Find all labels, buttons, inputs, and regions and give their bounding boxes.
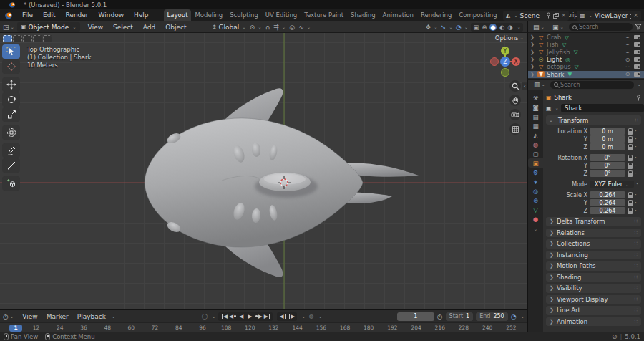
select-mode-intersect[interactable] xyxy=(43,35,52,42)
unlink-scene-icon[interactable]: × xyxy=(561,12,566,19)
properties-tab[interactable]: ◎ xyxy=(528,186,543,196)
lock-icon[interactable] xyxy=(628,128,633,135)
tool-measure-button[interactable] xyxy=(2,158,20,173)
properties-search-input[interactable] xyxy=(560,82,630,88)
workspace-tab[interactable]: Rendering xyxy=(417,9,455,21)
snap-magnet-icon[interactable]: ∩ xyxy=(265,24,270,31)
expand-arrow-icon[interactable]: ❯ xyxy=(530,64,535,69)
show-overlays-dropdown[interactable]: ➘⌄ xyxy=(441,24,453,31)
animate-dot[interactable]: · xyxy=(635,172,637,175)
properties-editor-icon[interactable]: ▥⌄ xyxy=(531,81,548,88)
object-name-field[interactable] xyxy=(561,104,644,112)
object-name[interactable]: Light xyxy=(547,56,562,63)
outliner-row[interactable]: ❯ ▽ Crab ▽ xyxy=(528,34,644,41)
lock-icon[interactable] xyxy=(628,200,633,206)
animate-dot[interactable]: · xyxy=(635,130,637,133)
properties-tab[interactable]: ◍ xyxy=(528,140,543,149)
tool-transform-button[interactable] xyxy=(2,125,20,140)
collapsed-section[interactable]: ❯ Instancing ∷ xyxy=(546,251,641,260)
properties-tab[interactable]: ◭ xyxy=(528,130,543,140)
pan-hand-icon[interactable] xyxy=(509,95,521,106)
animate-dot[interactable]: · xyxy=(635,156,637,159)
workspace-tab[interactable]: UV Editing xyxy=(262,9,301,21)
orientation-selector[interactable]: ↕Global⌄ xyxy=(212,24,246,31)
object-name[interactable]: octopus xyxy=(547,63,571,70)
current-frame-field[interactable]: 1 xyxy=(397,312,434,321)
toggle-xray-icon[interactable]: ▣ xyxy=(473,24,479,31)
tabs-overflow-chevron[interactable]: ⌄ xyxy=(534,226,538,232)
disable-render-icon[interactable] xyxy=(634,42,640,47)
select-mode-extend[interactable] xyxy=(13,35,22,42)
keying-set-icon[interactable]: ◍ xyxy=(307,312,316,321)
value-field[interactable]: 0° xyxy=(590,162,625,169)
expand-arrow-icon[interactable]: ❯ xyxy=(530,72,535,77)
select-mode-invert[interactable] xyxy=(33,35,42,42)
hide-viewport-icon[interactable] xyxy=(623,41,632,48)
properties-tab[interactable]: ▤ xyxy=(528,112,543,121)
properties-search[interactable] xyxy=(550,81,634,89)
viewport-3d[interactable]: Top Orthographic(1) Collection | Shark10… xyxy=(0,33,527,309)
editor-type-icon[interactable]: ◳⌄ xyxy=(0,24,17,31)
lock-icon[interactable] xyxy=(628,163,633,169)
value-field[interactable]: XYZ Euler xyxy=(590,181,634,188)
perspective-grid-icon[interactable] xyxy=(509,123,521,135)
properties-tab[interactable]: ▦ xyxy=(528,121,543,130)
properties-options-chevron[interactable]: ⌄ xyxy=(638,82,641,87)
lock-icon[interactable] xyxy=(628,208,633,214)
hide-viewport-icon[interactable] xyxy=(623,63,632,70)
rendered-shading-icon[interactable]: ◑ xyxy=(507,24,512,31)
sidebar-toggle[interactable]: ‹ xyxy=(522,82,527,90)
outliner-row[interactable]: ❯ ▽ octopus ▽ xyxy=(528,63,644,70)
network-status-icon[interactable]: ⊘ xyxy=(612,333,618,340)
mode-selector[interactable]: ▣ Object Mode ⌄ xyxy=(17,22,80,32)
tool-annotate-button[interactable] xyxy=(2,143,20,158)
lock-icon[interactable] xyxy=(628,155,633,161)
properties-tab[interactable]: ▽ xyxy=(528,205,543,214)
next-keyframe-button[interactable]: ▶ xyxy=(254,312,263,321)
animate-dot[interactable]: · xyxy=(635,138,637,140)
properties-tab[interactable]: ● xyxy=(528,214,543,224)
value-field[interactable]: 0° xyxy=(590,154,625,161)
animate-dot[interactable]: · xyxy=(635,201,637,204)
pin-icon[interactable] xyxy=(546,12,551,19)
outliner-row[interactable]: ❯ ▽ Fish ▽ xyxy=(528,41,644,48)
disable-render-icon[interactable] xyxy=(634,57,640,62)
workspace-tab[interactable]: Animation xyxy=(379,9,417,21)
collapsed-section[interactable]: ❯ Delta Transform ∷ xyxy=(546,217,641,226)
collapsed-section[interactable]: ❯ Collections ∷ xyxy=(546,239,641,249)
end-frame-field[interactable]: End 250 xyxy=(476,312,507,321)
collapsed-section[interactable]: ❯ Viewport Display ∷ xyxy=(546,295,641,304)
menu-item[interactable]: Playback xyxy=(73,313,110,320)
new-viewlayer-icon[interactable] xyxy=(630,13,631,19)
xray-toggle[interactable]: ◔⌄ xyxy=(456,24,468,31)
timeline-ruler[interactable]: 1224364860728496108120132144156168180192… xyxy=(0,322,527,332)
animate-dot[interactable]: · xyxy=(635,164,637,167)
properties-tab[interactable]: ⚒ xyxy=(528,93,543,102)
collapsed-section[interactable]: ❯ Relations ∷ xyxy=(546,229,641,238)
menu-item[interactable]: Edit xyxy=(38,11,60,19)
tool-add-cube-button[interactable] xyxy=(2,176,20,191)
tool-scale-button[interactable] xyxy=(2,107,20,122)
properties-tab[interactable]: ⊛ xyxy=(528,196,543,205)
outliner-search-input[interactable] xyxy=(579,24,629,30)
play-reverse-button[interactable]: ◀ xyxy=(237,312,245,321)
outliner-display-mode-icon[interactable]: ▣⌄ xyxy=(550,24,567,31)
breadcrumb-object[interactable]: Shark xyxy=(555,94,572,101)
properties-tab[interactable]: ▣ xyxy=(528,158,543,168)
expand-arrow-icon[interactable]: ❯ xyxy=(530,34,535,40)
value-field[interactable]: 0.264 xyxy=(590,207,625,214)
disable-render-icon[interactable] xyxy=(634,35,640,39)
animate-dot[interactable]: · xyxy=(635,209,637,212)
remove-viewlayer-icon[interactable]: × xyxy=(633,12,638,19)
object-name[interactable]: Jellyfish xyxy=(547,49,570,56)
menu-item[interactable]: Add xyxy=(138,24,160,31)
outliner-row[interactable]: ❯ ▼ Shark ▼ xyxy=(528,71,644,78)
animate-dot[interactable]: · xyxy=(635,193,637,196)
menu-item[interactable]: Render xyxy=(61,11,94,19)
pin-icon[interactable] xyxy=(636,95,641,101)
menu-item[interactable]: Object xyxy=(160,24,191,31)
workspace-tab[interactable]: Layout xyxy=(164,9,192,21)
viewlayer-selector[interactable]: ▦⌄ ViewLayer × xyxy=(577,11,641,21)
lock-icon[interactable] xyxy=(628,170,633,177)
solid-shading-icon[interactable]: ● xyxy=(489,24,496,31)
